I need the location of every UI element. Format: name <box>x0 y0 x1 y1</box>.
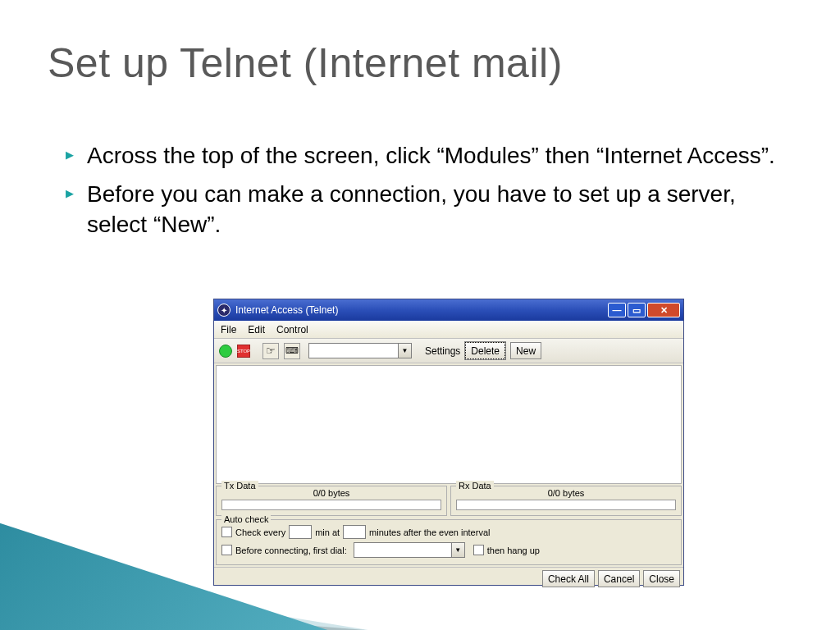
then-hangup-label: then hang up <box>487 546 540 555</box>
bullet-item: Before you can make a connection, you ha… <box>66 180 788 249</box>
settings-button[interactable]: Settings <box>425 345 460 357</box>
chevron-down-icon[interactable]: ▼ <box>452 542 465 558</box>
server-input[interactable] <box>308 343 399 358</box>
app-icon: ✦ <box>217 304 231 317</box>
slide-body: Across the top of the screen, click “Mod… <box>66 141 788 249</box>
before-dial-checkbox[interactable] <box>221 545 232 555</box>
toolbar: STOP ☞ ⌨ ▼ Settings Delete New <box>214 339 683 363</box>
check-every-label: Check every <box>235 527 285 537</box>
autocheck-group: Auto check Check every min at minutes af… <box>216 519 682 565</box>
autocheck-legend: Auto check <box>221 514 271 524</box>
content-area <box>216 365 682 484</box>
server-combo[interactable]: ▼ <box>308 343 412 358</box>
check-every-checkbox[interactable] <box>221 527 232 537</box>
app-window: ✦ Internet Access (Telnet) — ▭ ✕ File Ed… <box>213 299 684 586</box>
slide-title: Set up Telnet (Internet mail) <box>48 39 563 87</box>
interval-min-input[interactable] <box>289 525 312 539</box>
menu-file[interactable]: File <box>221 324 236 336</box>
cancel-button[interactable]: Cancel <box>598 570 640 587</box>
bullet-item: Across the top of the screen, click “Mod… <box>66 141 788 180</box>
tx-progress <box>221 500 441 510</box>
chevron-down-icon[interactable]: ▼ <box>399 343 412 358</box>
dial-combo[interactable]: ▼ <box>354 542 465 558</box>
tx-data-group: Tx Data 0/0 bytes <box>216 486 447 516</box>
minimize-button[interactable]: — <box>608 303 626 317</box>
go-icon[interactable] <box>219 345 232 358</box>
close-button[interactable]: ✕ <box>647 303 680 317</box>
menubar: File Edit Control <box>214 321 683 339</box>
tx-legend: Tx Data <box>221 481 258 491</box>
menu-edit[interactable]: Edit <box>248 324 265 336</box>
rx-legend: Rx Data <box>456 481 494 491</box>
delete-button[interactable]: Delete <box>465 342 505 359</box>
new-button[interactable]: New <box>510 342 541 359</box>
bottom-bar: Check All Cancel Close <box>214 567 683 590</box>
hand-icon[interactable]: ☞ <box>262 343 279 359</box>
rx-data-group: Rx Data 0/0 bytes <box>450 486 682 516</box>
after-label: minutes after the even interval <box>369 527 490 537</box>
titlebar[interactable]: ✦ Internet Access (Telnet) — ▭ ✕ <box>214 299 683 321</box>
rx-progress <box>456 500 676 510</box>
before-dial-label: Before connecting, first dial: <box>235 546 347 555</box>
stop-icon[interactable]: STOP <box>237 345 250 358</box>
maximize-button[interactable]: ▭ <box>628 303 646 317</box>
window-title: Internet Access (Telnet) <box>235 304 608 316</box>
check-all-button[interactable]: Check All <box>542 570 595 587</box>
dial-input[interactable] <box>354 542 452 558</box>
keyboard-icon[interactable]: ⌨ <box>284 343 300 359</box>
min-at-label: min at <box>315 527 340 537</box>
interval-offset-input[interactable] <box>343 525 366 539</box>
menu-control[interactable]: Control <box>276 324 308 336</box>
then-hangup-checkbox[interactable] <box>473 545 484 555</box>
close-bottom-button[interactable]: Close <box>643 570 680 587</box>
